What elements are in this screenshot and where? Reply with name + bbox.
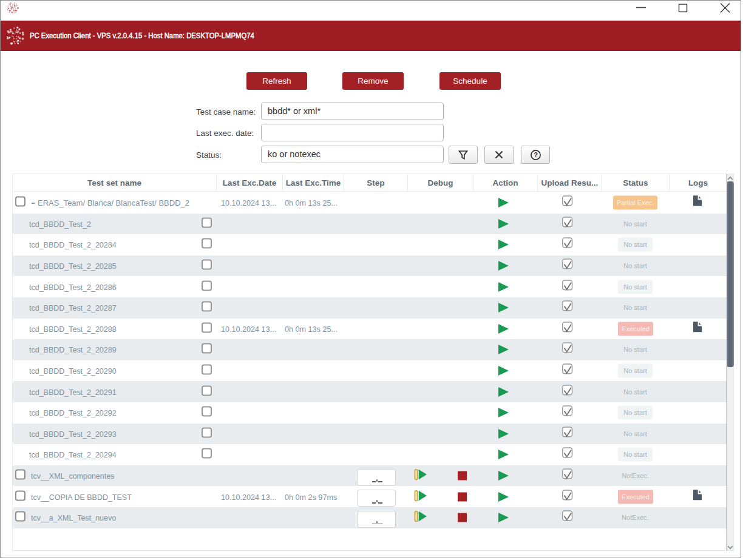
svg-text:?: ?: [534, 151, 538, 158]
